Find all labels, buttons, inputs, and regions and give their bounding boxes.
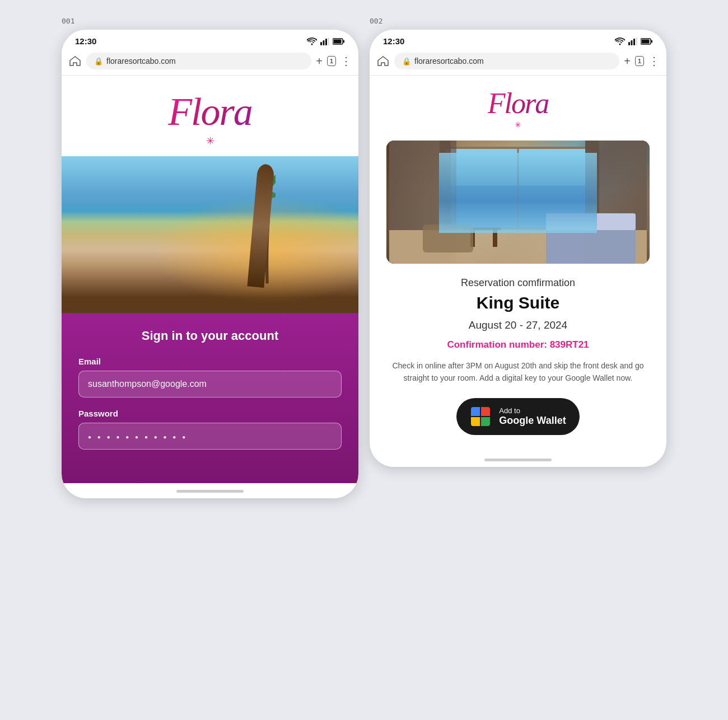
svg-rect-13 (642, 39, 650, 43)
wallet-color-blue (471, 407, 480, 416)
flora-star-2: ✳ (515, 120, 521, 129)
status-bar-1: 12:30 (62, 30, 358, 50)
lock-icon-1: 🔒 (94, 57, 103, 66)
address-bar-1[interactable]: 🔒 floraresortcabo.com (86, 53, 311, 69)
wifi-icon (307, 38, 317, 45)
phone-2: 12:30 (370, 30, 666, 467)
add-tab-icon[interactable]: + (316, 55, 323, 68)
wallet-add-label: Add to (499, 406, 566, 415)
beach-image (62, 156, 358, 313)
svg-rect-10 (636, 38, 638, 45)
browser-chrome-1: 🔒 floraresortcabo.com + 1 ⋮ (62, 50, 358, 76)
svg-rect-24 (546, 213, 636, 230)
home-bar-1 (176, 490, 244, 493)
wallet-color-green (481, 417, 490, 426)
checkin-text: Check in online after 3PM on August 20th… (386, 359, 650, 385)
wallet-icon (470, 406, 491, 427)
home-bar-2 (484, 459, 552, 461)
dates: August 20 - 27, 2024 (386, 319, 650, 331)
svg-rect-2 (325, 39, 327, 45)
status-time-1: 12:30 (75, 36, 96, 46)
room-name: King Suite (386, 293, 650, 312)
url-text-1: floraresortcabo.com (106, 57, 176, 66)
google-wallet-button[interactable]: Add to Google Wallet (456, 398, 579, 435)
svg-rect-5 (343, 40, 344, 43)
svg-rect-8 (631, 40, 633, 45)
svg-rect-16 (444, 148, 592, 228)
menu-icon-2[interactable]: ⋮ (648, 54, 660, 68)
svg-rect-6 (334, 39, 342, 43)
sign-in-title: Sign in to your account (78, 329, 342, 343)
svg-rect-12 (651, 40, 652, 43)
wallet-color-red (481, 407, 490, 416)
wallet-text: Add to Google Wallet (499, 406, 566, 427)
add-tab-icon-2[interactable]: + (624, 55, 631, 68)
svg-rect-7 (628, 42, 630, 45)
url-text-2: floraresortcabo.com (414, 57, 484, 66)
address-bar-2[interactable]: 🔒 floraresortcabo.com (394, 53, 619, 69)
screen-number-1: 001 (62, 17, 74, 25)
wallet-color-yellow (471, 417, 480, 426)
sign-in-section: Sign in to your account Email Password ●… (62, 313, 358, 483)
flora-logo-2: Flora (488, 89, 548, 118)
signal-icon (320, 38, 329, 45)
email-input[interactable] (78, 371, 342, 398)
status-icons-2 (615, 38, 653, 45)
tab-count-2[interactable]: 1 (635, 56, 644, 66)
browser-controls-1: + 1 ⋮ (316, 54, 352, 68)
menu-icon-1[interactable]: ⋮ (340, 54, 352, 68)
reservation-title: Reservation comfirmation (386, 277, 650, 289)
phone1-web-content: Flora ✳ Sign in to your account Email (62, 76, 358, 483)
password-label: Password (78, 409, 342, 418)
flora-star-1: ✳ (206, 135, 214, 147)
svg-rect-0 (320, 42, 322, 45)
confirmation-number: Confirmation number: 839RT21 (386, 339, 650, 350)
signal-icon-2 (628, 38, 637, 45)
battery-icon-2 (641, 38, 653, 45)
password-dots: ● ● ● ● ● ● ● ● ● ● ● (88, 434, 188, 440)
svg-rect-3 (328, 38, 330, 45)
status-icons-1 (307, 38, 345, 45)
phone-1: 12:30 (62, 30, 358, 498)
wifi-icon-2 (615, 38, 625, 45)
wallet-multi-icon (471, 407, 490, 426)
browser-chrome-2: 🔒 floraresortcabo.com + 1 ⋮ (370, 50, 666, 76)
logo-section-2: Flora ✳ (386, 89, 650, 129)
home-button-1[interactable] (68, 54, 82, 68)
svg-rect-25 (462, 227, 501, 230)
wallet-google-label: Google Wallet (499, 415, 566, 427)
room-scene-svg (386, 141, 650, 264)
room-image (386, 141, 650, 264)
screen-number-2: 002 (370, 17, 382, 25)
lock-icon-2: 🔒 (402, 57, 411, 66)
status-time-2: 12:30 (383, 36, 404, 46)
svg-rect-9 (633, 39, 635, 45)
palm-tree-svg (260, 156, 276, 291)
phone2-web-content: Flora ✳ (370, 76, 666, 435)
email-label: Email (78, 357, 342, 366)
home-indicator-2 (370, 452, 666, 467)
home-button-2[interactable] (376, 54, 390, 68)
browser-controls-2: + 1 ⋮ (624, 54, 660, 68)
password-input[interactable]: ● ● ● ● ● ● ● ● ● ● ● (78, 423, 342, 450)
tab-count-1[interactable]: 1 (327, 56, 336, 66)
home-indicator-1 (62, 483, 358, 498)
logo-section-1: Flora ✳ (62, 76, 358, 156)
svg-rect-28 (423, 225, 473, 253)
status-bar-2: 12:30 (370, 30, 666, 50)
svg-rect-1 (323, 40, 325, 45)
battery-icon (333, 38, 345, 45)
svg-rect-27 (493, 230, 497, 247)
svg-rect-14 (445, 149, 591, 227)
svg-rect-15 (445, 185, 591, 227)
flora-logo-1: Flora (168, 92, 251, 132)
